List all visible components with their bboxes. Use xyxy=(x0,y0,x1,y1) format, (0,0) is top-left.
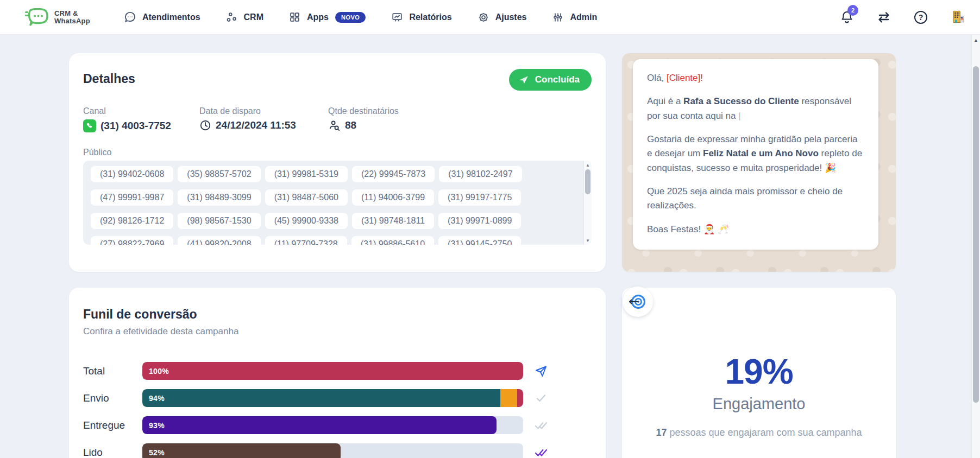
header-actions: 2 ? xyxy=(839,9,966,26)
phone-chip[interactable]: (31) 99197-1775 xyxy=(438,189,521,206)
audience-scrollbar[interactable]: ▲ ▼ xyxy=(583,161,592,245)
nav-label: Atendimentos xyxy=(142,12,200,22)
phone-chip[interactable]: (31) 99971-0899 xyxy=(438,213,521,229)
scrollbar-thumb[interactable] xyxy=(585,169,590,194)
page-scrollbar[interactable]: ▲ xyxy=(971,35,980,458)
main-nav: Atendimentos CRM Apps NOVO xyxy=(124,11,597,24)
help-button[interactable]: ? xyxy=(913,9,929,26)
status-completed-button[interactable]: Concluída xyxy=(509,69,592,91)
phone-chips: (31) 99402-0608 (35) 98857-5702 (31) 999… xyxy=(91,166,579,245)
phone-chip[interactable]: (31) 98489-3099 xyxy=(178,189,260,206)
send-plane-icon xyxy=(534,364,548,378)
message-paragraph-1: Aqui é a Rafa a Sucesso do Cliente respo… xyxy=(647,94,864,123)
phone-chip[interactable]: (45) 99900-9338 xyxy=(265,213,348,229)
logo-text: CRM &WhatsApp xyxy=(54,10,90,24)
chat-bubble-icon xyxy=(124,11,137,24)
nav-label: Admin xyxy=(570,12,597,22)
building-icon xyxy=(951,10,965,24)
audience-list[interactable]: (31) 99402-0608 (35) 98857-5702 (31) 999… xyxy=(83,161,592,245)
scroll-up-arrow[interactable]: ▲ xyxy=(584,161,592,169)
nav-item-atendimentos[interactable]: Atendimentos xyxy=(124,11,200,24)
nav-label: Apps xyxy=(307,12,329,22)
network-nodes-icon xyxy=(225,11,238,24)
engagement-label: Engajamento xyxy=(622,395,896,413)
question-mark-icon: ? xyxy=(914,11,927,24)
phone-chip[interactable]: (11) 94006-3799 xyxy=(352,189,434,206)
nav-item-crm[interactable]: CRM xyxy=(225,11,263,24)
grid-apps-icon xyxy=(288,11,301,24)
phone-chip[interactable]: (31) 98748-1811 xyxy=(352,213,434,229)
phone-chip[interactable]: (27) 98822-7969 xyxy=(91,236,173,245)
message-paragraph-3: Que 2025 seja ainda mais promissor e che… xyxy=(647,185,864,213)
clock-icon xyxy=(199,119,211,131)
funnel-title: Funil de conversão xyxy=(83,307,592,322)
gear-icon xyxy=(477,11,490,24)
scroll-down-arrow[interactable]: ▼ xyxy=(584,237,592,244)
field-canal: Canal (31) 4003-7752 xyxy=(83,106,199,132)
scroll-up-arrow[interactable]: ▲ xyxy=(972,36,980,44)
engagement-caption: 17 pessoas que engajaram com sua campanh… xyxy=(622,427,896,438)
phone-chip[interactable]: (47) 99991-9987 xyxy=(91,189,173,206)
novo-badge: NOVO xyxy=(335,12,366,23)
notification-count-badge: 2 xyxy=(847,5,858,16)
text-cursor: | xyxy=(738,111,740,121)
report-board-icon xyxy=(391,11,404,24)
app-logo[interactable]: CRM &WhatsApp xyxy=(25,8,90,27)
engagement-card: 19% Engajamento 17 pessoas que engajaram… xyxy=(622,288,896,458)
data-disparo-value: 24/12/2024 11:53 xyxy=(216,119,296,131)
client-placeholder: [Cliente] xyxy=(667,73,700,83)
phone-chip[interactable]: (31) 98102-2497 xyxy=(439,166,522,182)
switch-account-button[interactable] xyxy=(876,9,892,26)
message-preview-card: Olá, [Cliente]! Aqui é a Rafa a Sucesso … xyxy=(622,53,896,272)
field-qtde-destinatarios: Qtde destinatários 88 xyxy=(328,106,399,132)
organization-button[interactable] xyxy=(950,9,966,26)
notifications-button[interactable]: 2 xyxy=(839,9,855,26)
details-card: Detalhes Concluída Canal (31) 4003-7752 xyxy=(69,53,606,272)
scrollbar-thumb[interactable] xyxy=(973,66,979,403)
single-check-icon xyxy=(534,391,548,405)
funnel-row-envio: Envio 94% xyxy=(83,389,592,407)
nav-item-apps[interactable]: Apps NOVO xyxy=(288,11,366,24)
entregue-bar: 93% xyxy=(142,416,497,434)
nav-item-admin[interactable]: Admin xyxy=(551,11,597,24)
canal-value: (31) 4003-7752 xyxy=(100,120,171,132)
audience-label: Público xyxy=(83,148,592,157)
nav-label: Relatórios xyxy=(409,12,451,22)
phone-chip[interactable]: (31) 99981-5319 xyxy=(265,166,348,182)
phone-chip[interactable]: (31) 99886-5610 xyxy=(351,236,434,245)
page: CRM &WhatsApp Atendimentos xyxy=(0,0,980,458)
double-check-icon xyxy=(534,418,548,432)
phone-chip[interactable]: (92) 98126-1712 xyxy=(91,213,173,229)
message-paragraph-2: Gostaria de expressar minha gratidão pel… xyxy=(647,132,864,175)
total-bar: 100% xyxy=(142,362,523,380)
nav-item-ajustes[interactable]: Ajustes xyxy=(477,11,527,24)
message-greeting: Olá, [Cliente]! xyxy=(647,71,864,85)
nav-item-relatorios[interactable]: Relatórios xyxy=(391,11,451,24)
phone-chip[interactable]: (31) 98487-5060 xyxy=(265,189,348,206)
lido-bar: 52% xyxy=(142,443,341,458)
target-icon xyxy=(629,292,647,311)
phone-chip[interactable]: (11) 97709-7328 xyxy=(265,236,347,245)
nav-label: CRM xyxy=(244,12,263,22)
envio-bar-pending xyxy=(500,389,517,407)
phone-chip[interactable]: (31) 99145-2750 xyxy=(438,236,521,245)
envio-bar-failed xyxy=(517,389,523,407)
phone-chip[interactable]: (35) 98857-5702 xyxy=(178,166,260,182)
qtde-value: 88 xyxy=(345,119,356,131)
phone-chip[interactable]: (22) 99945-7873 xyxy=(352,166,435,182)
field-data-disparo: Data de disparo 24/12/2024 11:53 xyxy=(199,106,328,132)
whatsapp-icon xyxy=(83,119,96,132)
details-fields: Canal (31) 4003-7752 Data de disparo xyxy=(83,106,592,132)
phone-chip[interactable]: (98) 98567-1530 xyxy=(178,213,260,229)
sliders-icon xyxy=(551,11,564,24)
send-icon xyxy=(518,74,530,85)
whatsapp-message-bubble: Olá, [Cliente]! Aqui é a Rafa a Sucesso … xyxy=(633,59,878,250)
conversion-funnel-card: Funil de conversão Confira a efetividade… xyxy=(69,288,606,458)
logo-chat-icon xyxy=(25,8,50,27)
phone-chip[interactable]: (31) 99402-0608 xyxy=(91,166,173,182)
target-badge xyxy=(623,287,653,317)
message-paragraph-4: Boas Festas! 🎅 🥂 xyxy=(647,222,864,237)
funnel-chart: Total 100% Envio 94% xyxy=(83,362,592,458)
funnel-row-total: Total 100% xyxy=(83,362,592,380)
phone-chip[interactable]: (41) 99820-2008 xyxy=(178,236,260,245)
